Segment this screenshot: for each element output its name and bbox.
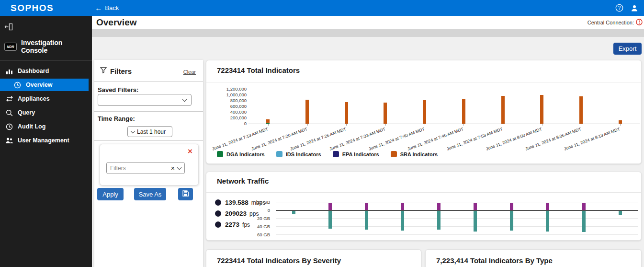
save-icon xyxy=(182,190,189,198)
y-axis-label: 400,000 xyxy=(215,109,247,115)
stat-dot-icon xyxy=(215,210,221,217)
severity-card-title: 7223414 Total Indicators By Severity xyxy=(217,256,341,265)
sidebar-item-audit-log[interactable]: Audit Log xyxy=(0,120,92,133)
central-connection-status: Central Connection: xyxy=(588,19,643,26)
legend-item[interactable]: SRA Indicators xyxy=(391,151,438,157)
legend-item[interactable]: DGA Indicators xyxy=(217,151,265,157)
traffic-up-bar xyxy=(582,203,586,210)
time-range-label: Time Range: xyxy=(98,115,135,122)
x-tick xyxy=(425,124,425,126)
traffic-up-bar xyxy=(328,203,332,210)
stat-unit: fps xyxy=(242,221,250,228)
x-tick xyxy=(581,124,581,126)
sidebar-item-label: Overview xyxy=(26,81,53,88)
user-icon[interactable] xyxy=(631,4,638,12)
export-button[interactable]: Export xyxy=(613,43,642,55)
filter-input[interactable] xyxy=(110,165,168,172)
sidebar-nav: Dashboard Overview Appliances Query xyxy=(0,65,92,147)
stat-dot-icon xyxy=(215,199,221,206)
legend-swatch-icon xyxy=(391,151,397,157)
legend-label: IDS Indicators xyxy=(286,151,321,157)
traffic-down-bar xyxy=(619,211,622,215)
sidebar-divider xyxy=(0,60,92,61)
sra-bar xyxy=(579,96,583,124)
traffic-up-bar xyxy=(437,203,441,210)
grid-line xyxy=(276,234,638,235)
y-axis-label: 20 GB xyxy=(251,199,270,205)
page-header: Overview Central Connection: xyxy=(92,16,644,29)
sra-bar xyxy=(384,103,387,124)
sidebar-item-query[interactable]: Query xyxy=(0,106,92,119)
chevron-down-icon[interactable] xyxy=(177,165,182,170)
console-header: NDR Investigation Console xyxy=(0,39,92,60)
traffic-up-bar xyxy=(474,203,477,210)
save-as-button[interactable]: Save As xyxy=(134,188,166,200)
indicators-legend: DGA IndicatorsIDS IndicatorsEPA Indicato… xyxy=(217,151,438,157)
x-tick xyxy=(268,124,269,126)
y-axis-label: 20 GB xyxy=(251,216,270,221)
traffic-down-bar xyxy=(328,211,332,229)
ndr-logo: NDR xyxy=(4,43,17,51)
sidebar-item-appliances[interactable]: Appliances xyxy=(0,93,92,105)
indicators-chart-title: 7223414 Total Indicators xyxy=(217,66,300,74)
collapse-panel-icon[interactable] xyxy=(4,23,13,31)
back-button[interactable]: ← Back xyxy=(95,4,119,12)
swap-arrows-icon xyxy=(5,95,13,102)
remove-filter-icon[interactable]: × xyxy=(188,147,192,155)
traffic-card: Network Traffic 139.588mbps209023pps2273… xyxy=(206,172,642,241)
divider xyxy=(94,140,203,141)
grid-line xyxy=(276,202,638,202)
funnel-icon xyxy=(100,67,107,75)
traffic-up-bar xyxy=(546,203,549,210)
clear-filters-link[interactable]: Clear xyxy=(183,69,196,75)
y-axis-label: 1,200,000 xyxy=(215,86,247,92)
sidebar-item-label: Dashboard xyxy=(18,68,49,74)
traffic-down-bar xyxy=(292,211,295,214)
apply-button[interactable]: Apply xyxy=(97,188,124,200)
sra-bar xyxy=(423,100,426,124)
divider xyxy=(206,82,641,82)
stat-value: 2273 xyxy=(225,221,239,228)
saved-filters-select[interactable] xyxy=(98,94,192,106)
warning-icon[interactable] xyxy=(636,19,643,26)
back-arrow-icon: ← xyxy=(95,4,102,12)
legend-label: DGA Indicators xyxy=(226,151,265,157)
chevron-down-icon xyxy=(131,128,136,133)
legend-swatch-icon xyxy=(217,151,223,157)
y-axis-label: 60 GB xyxy=(251,232,270,237)
sidebar-item-label: Audit Log xyxy=(18,123,45,130)
filters-title: Filters xyxy=(110,67,132,75)
divider xyxy=(206,192,641,193)
sidebar-item-user-management[interactable]: User Management xyxy=(0,134,92,147)
legend-item[interactable]: IDS Indicators xyxy=(276,151,321,157)
filter-builder-card: × × xyxy=(100,144,199,186)
y-axis-label: 1,000,000 xyxy=(215,92,247,97)
legend-swatch-icon xyxy=(276,151,282,157)
dga-bar xyxy=(266,123,270,124)
sidebar-item-label: User Management xyxy=(18,137,69,144)
help-icon[interactable]: ? xyxy=(615,4,623,12)
clear-input-icon[interactable]: × xyxy=(171,165,175,172)
chevron-down-icon xyxy=(182,97,187,102)
type-card-title: 7,223,414 Total Indicators By Type xyxy=(436,256,553,265)
x-tick xyxy=(620,124,621,126)
time-range-value: Last 1 hour xyxy=(137,128,166,135)
legend-item[interactable]: EPA Indicators xyxy=(333,151,379,157)
history-icon xyxy=(5,123,13,130)
time-range-select[interactable]: Last 1 hour xyxy=(127,126,172,137)
sra-bar xyxy=(501,96,505,124)
traffic-down-bar xyxy=(401,211,404,231)
sra-bar xyxy=(345,102,348,124)
sra-bar xyxy=(619,120,622,124)
sidebar-item-overview[interactable]: Overview xyxy=(0,79,89,91)
sidebar-item-dashboard[interactable]: Dashboard xyxy=(0,65,92,77)
central-connection-label: Central Connection: xyxy=(588,20,634,25)
x-tick xyxy=(346,124,347,126)
indicators-card: 7223414 Total Indicators DGA IndicatorsI… xyxy=(206,60,642,164)
save-filter-button[interactable] xyxy=(178,188,193,200)
x-tick xyxy=(385,124,386,126)
sra-bar xyxy=(540,95,543,124)
y-axis-label: 800,000 xyxy=(215,98,247,103)
traffic-down-bar xyxy=(582,211,586,232)
legend-label: SRA Indicators xyxy=(400,151,438,157)
